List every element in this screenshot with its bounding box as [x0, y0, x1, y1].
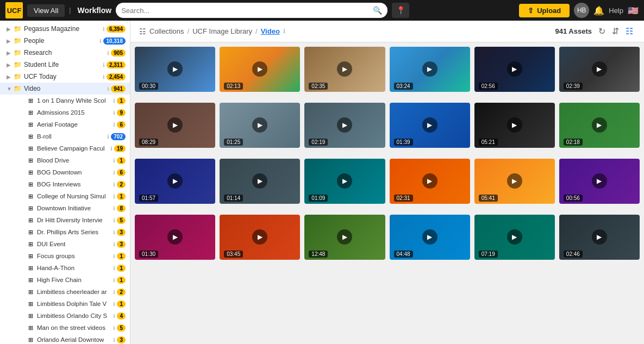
video-cell-v1[interactable]: ▶ 00:30 — [135, 47, 215, 92]
sidebar-item-man-street[interactable]: ▶ ⊞ Man on the street videos ℹ 5 — [0, 322, 130, 334]
play-button[interactable]: ▶ — [507, 117, 522, 133]
play-button[interactable]: ▶ — [422, 61, 437, 77]
arrow-icon: ▶ — [7, 74, 13, 80]
sidebar-item-ucf-today[interactable]: ▶ 📁 UCF Today ℹ 2,454 — [0, 71, 130, 83]
grid-view-button[interactable]: ☷ — [623, 25, 635, 37]
sidebar-item-video[interactable]: ▼ 📁 Video ℹ 941 — [0, 83, 130, 95]
sidebar-item-people[interactable]: ▶ 📁 People ℹ 10,318 — [0, 35, 130, 47]
breadcrumb-library[interactable]: UCF Image Library — [192, 27, 252, 35]
sidebar-item-pegasus[interactable]: ▶ 📁 Pegasus Magazine ℹ 6,394 — [0, 23, 130, 35]
play-button[interactable]: ▶ — [422, 229, 437, 245]
video-cell-v6[interactable]: ▶ 02:39 — [559, 47, 640, 92]
video-cell-v21[interactable]: ▶ 12:48 — [304, 215, 385, 260]
video-cell-v5[interactable]: ▶ 02:56 — [474, 47, 555, 92]
nav-separator: | — [69, 7, 71, 14]
play-button[interactable]: ▶ — [507, 61, 522, 77]
video-cell-v11[interactable]: ▶ 05:21 — [474, 103, 555, 148]
play-button[interactable]: ▶ — [507, 229, 522, 245]
sidebar-item-1on1[interactable]: ▶ ⊞ 1 on 1 Danny White Scol ℹ 1 — [0, 95, 130, 107]
content-area: ☷ Collections / UCF Image Library / Vide… — [130, 21, 644, 344]
breadcrumb-collections[interactable]: Collections — [149, 27, 184, 35]
video-cell-v10[interactable]: ▶ 01:39 — [390, 103, 470, 148]
video-duration: 02:46 — [564, 251, 583, 258]
sidebar-item-limbitless-orlando[interactable]: ▶ ⊞ Limbitless Orlando City S ℹ 4 — [0, 310, 130, 322]
video-cell-v24[interactable]: ▶ 02:46 — [559, 215, 640, 260]
play-button[interactable]: ▶ — [337, 61, 352, 77]
sidebar-item-nursing[interactable]: ▶ ⊞ College of Nursing Simul ℹ 1 — [0, 190, 130, 202]
sidebar-item-dr-hitt[interactable]: ▶ ⊞ Dr Hitt Diversity Intervie ℹ 5 — [0, 214, 130, 226]
sidebar-item-handa[interactable]: ▶ ⊞ Hand-A-Thon ℹ 1 — [0, 262, 130, 274]
nav-right-section: ⇧ Upload HB 🔔 Help 🇺🇸 — [519, 3, 639, 18]
video-cell-v22[interactable]: ▶ 04:48 — [390, 215, 470, 260]
video-cell-v14[interactable]: ▶ 01:14 — [220, 159, 300, 204]
video-cell-v9[interactable]: ▶ 02:19 — [304, 103, 385, 148]
play-button[interactable]: ▶ — [167, 117, 183, 133]
play-button[interactable]: ▶ — [592, 229, 607, 245]
video-cell-v16[interactable]: ▶ 02:31 — [390, 159, 470, 204]
location-button[interactable]: 📍 — [392, 3, 409, 18]
badge: 6 — [117, 169, 126, 176]
play-button[interactable]: ▶ — [167, 173, 183, 189]
help-label[interactable]: Help — [609, 7, 623, 15]
video-cell-v13[interactable]: ▶ 01:57 — [135, 159, 215, 204]
play-button[interactable]: ▶ — [592, 117, 607, 133]
sidebar-item-bog-interviews[interactable]: ▶ ⊞ BOG Interviews ℹ 2 — [0, 178, 130, 190]
upload-button[interactable]: ⇧ Upload — [519, 4, 570, 17]
sidebar-item-research[interactable]: ▶ 📁 Research ℹ 905 — [0, 47, 130, 59]
play-button[interactable]: ▶ — [167, 229, 183, 245]
sort-button[interactable]: ⇵ — [610, 25, 621, 37]
video-cell-v15[interactable]: ▶ 01:09 — [304, 159, 385, 204]
play-button[interactable]: ▶ — [337, 173, 352, 189]
video-cell-v19[interactable]: ▶ 01:30 — [135, 215, 215, 260]
play-button[interactable]: ▶ — [252, 117, 267, 133]
video-cell-v4[interactable]: ▶ 03:24 — [390, 47, 470, 92]
play-button[interactable]: ▶ — [337, 117, 352, 133]
folder-icon: 📁 — [13, 84, 22, 93]
play-button[interactable]: ▶ — [592, 61, 607, 77]
sidebar-item-blood[interactable]: ▶ ⊞ Blood Drive ℹ 1 — [0, 154, 130, 166]
sidebar-item-orlando-aerial[interactable]: ▶ ⊞ Orlando Aerial Downtow ℹ 3 — [0, 334, 130, 344]
sidebar-item-aerial[interactable]: ▶ ⊞ Aerial Footage ℹ 6 — [0, 118, 130, 130]
video-cell-v20[interactable]: ▶ 03:45 — [220, 215, 300, 260]
play-button[interactable]: ▶ — [507, 173, 522, 189]
sidebar-item-downtown[interactable]: ▶ ⊞ Downtown Initiative ℹ 8 — [0, 202, 130, 214]
play-button[interactable]: ▶ — [422, 173, 437, 189]
sidebar-item-focus[interactable]: ▶ ⊞ Focus groups ℹ 1 — [0, 250, 130, 262]
refresh-button[interactable]: ↻ — [596, 25, 608, 37]
sidebar-item-limbitless-cheer[interactable]: ▶ ⊞ Limbitless cheerleader ar ℹ 2 — [0, 286, 130, 298]
video-cell-v12[interactable]: ▶ 02:18 — [559, 103, 640, 148]
video-cell-v17[interactable]: ▶ 05:41 — [474, 159, 555, 204]
avatar[interactable]: HB — [574, 3, 589, 18]
sidebar-item-highfive[interactable]: ▶ ⊞ High Five Chain ℹ 1 — [0, 274, 130, 286]
video-cell-v18[interactable]: ▶ 00:56 — [559, 159, 640, 204]
collections-icon: ☷ — [139, 27, 146, 36]
play-button[interactable]: ▶ — [592, 173, 607, 189]
video-cell-v23[interactable]: ▶ 07:19 — [474, 215, 555, 260]
sidebar-item-bog-downtown[interactable]: ▶ ⊞ BOG Downtown ℹ 6 — [0, 166, 130, 178]
search-input[interactable] — [121, 7, 373, 15]
play-button[interactable]: ▶ — [337, 229, 352, 245]
play-button[interactable]: ▶ — [252, 61, 267, 77]
info-icon: ℹ — [113, 217, 115, 223]
video-duration: 00:30 — [139, 83, 158, 90]
sidebar-item-phillips[interactable]: ▶ ⊞ Dr. Phillips Arts Series ℹ 3 — [0, 226, 130, 238]
video-cell-v2[interactable]: ▶ 02:13 — [220, 47, 300, 92]
bell-icon[interactable]: 🔔 — [593, 5, 604, 16]
info-icon: ℹ — [113, 205, 115, 211]
sidebar-item-broll[interactable]: ▶ ⊞ B-roll ℹ 702 — [0, 130, 130, 142]
video-cell-v3[interactable]: ▶ 02:35 — [304, 47, 385, 92]
play-button[interactable]: ▶ — [167, 61, 183, 77]
sidebar-item-student-life[interactable]: ▶ 📁 Student Life ℹ 2,311 — [0, 59, 130, 71]
sidebar-item-limbitless-dolphin[interactable]: ▶ ⊞ Limbitless Dolphin Tale V ℹ 1 — [0, 298, 130, 310]
video-cell-v8[interactable]: ▶ 01:25 — [220, 103, 300, 148]
breadcrumb-sep1: / — [187, 27, 190, 35]
video-thumbnail: ▶ 03:24 — [390, 47, 470, 92]
sidebar-item-admissions[interactable]: ▶ ⊞ Admissions 2015 ℹ 9 — [0, 107, 130, 118]
view-all-button[interactable]: View All — [27, 4, 65, 17]
sidebar-item-believe[interactable]: ▶ ⊞ Believe Campaign Facul ℹ 19 — [0, 142, 130, 154]
play-button[interactable]: ▶ — [252, 173, 267, 189]
sidebar-item-dui[interactable]: ▶ ⊞ DUI Event ℹ 3 — [0, 238, 130, 250]
video-cell-v7[interactable]: ▶ 08:29 — [135, 103, 215, 148]
play-button[interactable]: ▶ — [422, 117, 437, 133]
play-button[interactable]: ▶ — [252, 229, 267, 245]
